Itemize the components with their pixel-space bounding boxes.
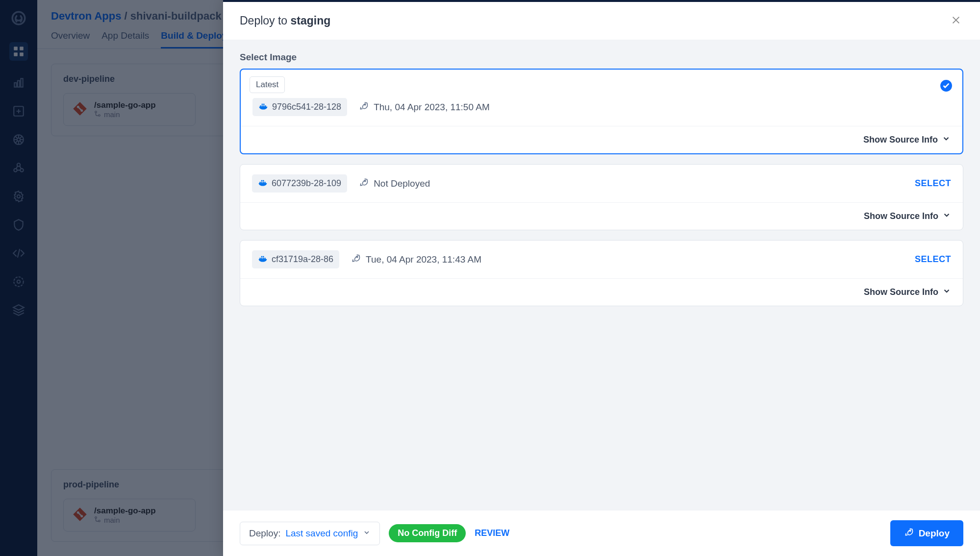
deploy-info: Thu, 04 Apr 2023, 11:50 AM [359, 101, 490, 113]
image-card[interactable]: cf31719a-28-86 Tue, 04 Apr 2023, 11:43 A… [240, 240, 963, 306]
image-list: Latest 9796c541-28-128 Thu, 04 Apr 2023,… [223, 69, 980, 510]
image-tag: cf31719a-28-86 [252, 250, 339, 268]
check-circle-icon [940, 79, 953, 94]
image-tag: 9796c541-28-128 [252, 98, 347, 116]
show-source-info-toggle[interactable]: Show Source Info [864, 287, 951, 298]
show-source-info-toggle[interactable]: Show Source Info [863, 134, 951, 145]
svg-point-29 [364, 180, 366, 182]
rocket-icon [359, 101, 369, 113]
modal-title: Deploy to staging [240, 14, 330, 27]
close-icon [951, 20, 961, 27]
image-tag: 6077239b-28-109 [252, 174, 347, 193]
deploy-modal: Deploy to staging Select Image Latest 97… [223, 0, 980, 556]
chevron-down-icon [942, 287, 951, 298]
config-value: Last saved config [285, 528, 358, 539]
svg-point-31 [909, 530, 911, 532]
chevron-down-icon [363, 528, 371, 539]
deploy-button[interactable]: Deploy [890, 520, 963, 546]
image-card-selected[interactable]: Latest 9796c541-28-128 Thu, 04 Apr 2023,… [240, 69, 963, 154]
docker-icon [258, 101, 268, 113]
rocket-icon [351, 253, 361, 266]
modal-footer: Deploy: Last saved config No Config Diff… [223, 510, 980, 556]
svg-point-30 [356, 256, 358, 258]
modal-header: Deploy to staging [223, 2, 980, 40]
deploy-config-selector[interactable]: Deploy: Last saved config [240, 522, 380, 545]
close-button[interactable] [949, 13, 963, 29]
svg-point-27 [364, 104, 366, 105]
docker-icon [258, 253, 268, 266]
chevron-down-icon [942, 211, 951, 222]
config-diff-badge: No Config Diff [389, 524, 466, 542]
rocket-icon [904, 527, 914, 539]
rocket-icon [359, 177, 369, 190]
select-button[interactable]: SELECT [915, 178, 951, 189]
docker-icon [258, 177, 268, 190]
section-label: Select Image [223, 40, 980, 69]
review-button[interactable]: REVIEW [475, 528, 509, 538]
chevron-down-icon [942, 134, 951, 145]
deploy-info: Tue, 04 Apr 2023, 11:43 AM [351, 253, 481, 266]
deploy-info: Not Deployed [359, 177, 430, 190]
image-card[interactable]: 6077239b-28-109 Not Deployed SELECT Show… [240, 164, 963, 230]
select-button[interactable]: SELECT [915, 254, 951, 265]
show-source-info-toggle[interactable]: Show Source Info [864, 211, 951, 222]
latest-badge: Latest [250, 76, 285, 93]
